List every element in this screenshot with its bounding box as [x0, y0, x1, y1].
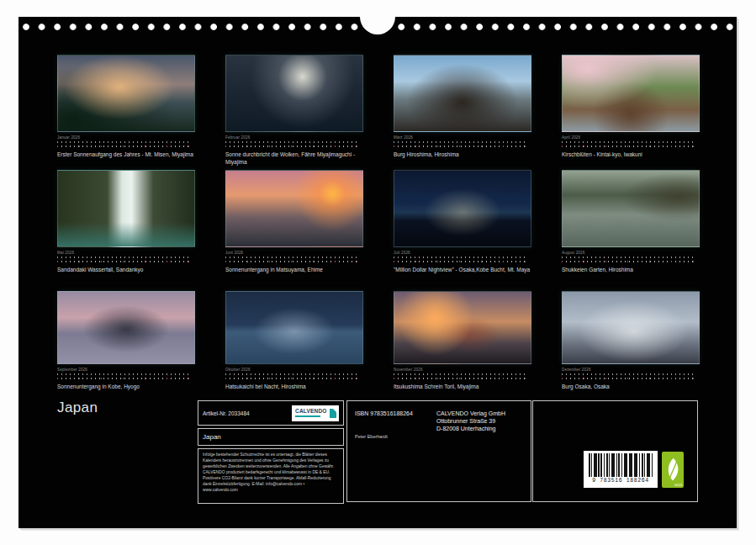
- photo-october: [225, 291, 363, 364]
- calvendo-logo: CALVENDO: [292, 405, 339, 421]
- photo-may: [57, 170, 195, 247]
- month-label: Dezember 2026: [562, 368, 700, 372]
- calvendo-logo-mark-icon: [330, 409, 336, 418]
- mini-calendar-strip: [57, 257, 190, 262]
- barcode-digits: 9 783516 188264: [592, 478, 649, 484]
- ean-barcode: 9 783516 188264: [584, 451, 658, 488]
- mini-calendar-strip: [225, 373, 358, 379]
- month-label: Januar 2026: [57, 135, 195, 140]
- month-caption: Shukkeien Garten, Hiroshima: [562, 267, 700, 274]
- month-cell-september: September 2026 Sonnenuntergang in Kobe, …: [57, 291, 195, 391]
- month-label: September 2026: [57, 368, 195, 372]
- publisher-street: Ottobrunner Straße 39: [436, 417, 505, 425]
- month-cell-may: Mai 2026 Sandandaki Wasserfall, Sandanky…: [57, 170, 195, 274]
- mini-calendar-strip: [394, 373, 526, 379]
- month-caption: "Million Dollar Nightview" - Osaka,Kobe …: [394, 267, 531, 274]
- photo-february: [225, 55, 363, 132]
- mini-calendar-strip: [57, 141, 190, 147]
- month-caption: Burg Osaka, Osaka: [562, 384, 700, 391]
- month-label: März 2026: [394, 135, 531, 140]
- month-label: April 2026: [562, 135, 700, 140]
- month-row-3: September 2026 Sonnenuntergang in Kobe, …: [57, 291, 700, 391]
- barcode-box: 9 783516 188264 eco: [532, 400, 698, 502]
- photo-november: [394, 291, 531, 364]
- month-caption: Sonne durchbricht die Wolken, Fähre Miya…: [225, 151, 363, 167]
- month-row-2: Mai 2026 Sandandaki Wasserfall, Sandanky…: [57, 170, 700, 274]
- month-cell-january: Januar 2026 Erster Sonnenaufgang des Jah…: [57, 55, 195, 167]
- month-cell-november: November 2026 Itsukushima Schrein Torii,…: [394, 291, 531, 391]
- month-cell-august: August 2026 Shukkeien Garten, Hiroshima: [562, 170, 700, 274]
- month-cell-december: Dezember 2026 Burg Osaka, Osaka: [562, 291, 700, 391]
- mini-calendar-strip: [225, 257, 358, 262]
- photo-july: [394, 170, 531, 247]
- month-caption: Itsukushima Schrein Torii, Miyajima: [394, 384, 531, 391]
- product-info-column: Artikel-Nr. 2033484 CALVENDO Japan Infol…: [198, 400, 344, 504]
- month-cell-june: Juni 2026 Sonnenuntergang in Matsuyama, …: [225, 170, 363, 274]
- photo-september: [57, 291, 195, 364]
- month-label: Februar 2026: [225, 135, 363, 140]
- mini-calendar-strip: [562, 257, 695, 262]
- article-number-box: Artikel-Nr. 2033484 CALVENDO: [198, 400, 344, 426]
- month-label: Mai 2026: [57, 251, 195, 255]
- eco-label: eco: [674, 482, 682, 487]
- month-cell-february: Februar 2026 Sonne durchbricht die Wolke…: [225, 55, 363, 167]
- month-cell-october: Oktober 2026 Hatsukaichi bei Nacht, Hiro…: [225, 291, 363, 391]
- publisher-name: CALVENDO Verlag GmbH: [436, 410, 505, 417]
- article-number: Artikel-Nr. 2033484: [203, 410, 250, 416]
- publisher-city: D-82008 Unterhaching: [436, 425, 505, 432]
- photo-august: [562, 170, 700, 247]
- mini-calendar-strip: [394, 257, 526, 262]
- month-caption: Hatsukaichi bei Nacht, Hiroshima: [225, 384, 363, 391]
- month-label: November 2026: [394, 368, 531, 372]
- author-name: Peter Eberhardt: [355, 434, 388, 439]
- mini-calendar-strip: [225, 141, 358, 147]
- isbn-text: ISBN 9783516188264: [355, 410, 413, 416]
- month-label: Oktober 2026: [225, 368, 363, 372]
- month-caption: Burg Hiroshima, Hiroshima: [394, 151, 531, 159]
- product-title-box: Japan: [198, 428, 344, 446]
- month-label: August 2026: [562, 251, 700, 255]
- calvendo-logo-tagline: [295, 415, 320, 417]
- leaf-icon: [664, 457, 681, 484]
- legal-text-box: Infolge bestehender Schutzrechte ist es …: [198, 448, 344, 504]
- month-caption: Sonnenuntergang in Matsuyama, Ehime: [225, 267, 363, 274]
- month-cell-july: Juli 2026 "Million Dollar Nightview" - O…: [394, 170, 531, 274]
- eco-badge: eco: [662, 452, 684, 488]
- month-cell-march: März 2026 Burg Hiroshima, Hiroshima: [394, 55, 531, 167]
- photo-december: [562, 291, 700, 364]
- calendar-page: Januar 2026 Erster Sonnenaufgang des Jah…: [19, 17, 737, 528]
- month-caption: Kirschblüten - Kintai-kyo, Iwakuni: [562, 151, 700, 159]
- mini-calendar-strip: [394, 141, 526, 147]
- publisher-box: ISBN 9783516188264 CALVENDO Verlag GmbH …: [346, 400, 531, 502]
- month-caption: Erster Sonnenaufgang des Jahres - Mt. Mi…: [57, 151, 195, 159]
- month-label: Juli 2026: [394, 251, 531, 255]
- mini-calendar-strip: [562, 373, 695, 379]
- month-caption: Sandandaki Wasserfall, Sandankyo: [57, 267, 195, 274]
- month-caption: Sonnenuntergang in Kobe, Hyogo: [57, 384, 195, 391]
- calendar-back-cover: Januar 2026 Erster Sonnenaufgang des Jah…: [0, 0, 756, 545]
- photo-june: [225, 170, 363, 247]
- mini-calendar-strip: [57, 373, 190, 379]
- month-row-1: Januar 2026 Erster Sonnenaufgang des Jah…: [57, 55, 700, 167]
- month-label: Juni 2026: [225, 251, 363, 255]
- publisher-address: CALVENDO Verlag GmbH Ottobrunner Straße …: [436, 410, 505, 432]
- hanger-notch: [360, 17, 395, 34]
- barcode-bars-icon: [589, 453, 653, 477]
- month-cell-april: April 2026 Kirschblüten - Kintai-kyo, Iw…: [562, 55, 700, 167]
- mini-calendar-strip: [562, 141, 695, 147]
- photo-march: [394, 55, 531, 132]
- photo-april: [562, 55, 700, 132]
- page-title: Japan: [57, 399, 98, 416]
- photo-january: [57, 55, 195, 132]
